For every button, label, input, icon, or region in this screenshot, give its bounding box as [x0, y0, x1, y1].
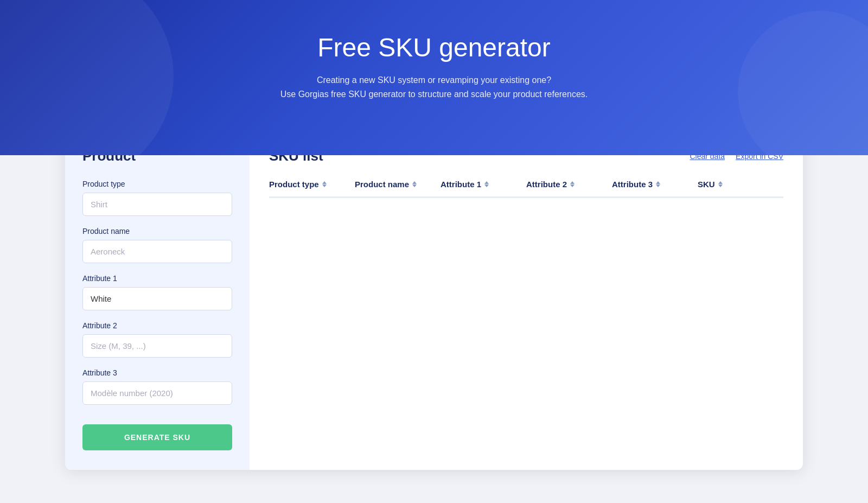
hero-section: Free SKU generator Creating a new SKU sy… [0, 0, 868, 155]
attribute-2-group: Attribute 2 [82, 321, 232, 358]
table-body [269, 198, 783, 361]
product-name-label: Product name [82, 227, 232, 235]
sort-icon-product-type [322, 181, 327, 187]
sort-icon-product-name [412, 181, 417, 187]
col-header-sku[interactable]: SKU [698, 180, 783, 189]
attribute-3-input[interactable] [82, 381, 232, 405]
product-type-input[interactable] [82, 193, 232, 216]
col-header-attribute-2[interactable]: Attribute 2 [526, 180, 612, 189]
col-label-attribute-1: Attribute 1 [441, 180, 481, 189]
hero-subtitle-line2: Use Gorgias free SKU generator to struct… [280, 90, 588, 99]
sort-icon-attribute-1 [484, 181, 489, 187]
col-label-attribute-2: Attribute 2 [526, 180, 567, 189]
col-label-product-type: Product type [269, 180, 319, 189]
product-name-group: Product name [82, 227, 232, 263]
product-sidebar: Product Product type Product name Attrib… [65, 128, 250, 470]
hero-title: Free SKU generator [11, 33, 857, 62]
attribute-3-group: Attribute 3 [82, 368, 232, 405]
sort-icon-sku [718, 181, 723, 187]
attribute-2-input[interactable] [82, 334, 232, 358]
col-label-product-name: Product name [355, 180, 409, 189]
col-header-attribute-1[interactable]: Attribute 1 [441, 180, 526, 189]
sort-icon-attribute-3 [656, 181, 660, 187]
col-label-attribute-3: Attribute 3 [612, 180, 653, 189]
product-name-input[interactable] [82, 240, 232, 263]
main-container: Product Product type Product name Attrib… [54, 128, 814, 492]
attribute-1-input[interactable] [82, 287, 232, 310]
product-type-label: Product type [82, 180, 232, 188]
col-label-sku: SKU [698, 180, 715, 189]
attribute-3-label: Attribute 3 [82, 368, 232, 377]
col-header-attribute-3[interactable]: Attribute 3 [612, 180, 698, 189]
generate-sku-button[interactable]: GENERATE SKU [82, 424, 232, 450]
content-area: SKU list Clear data Export in CSV Produc… [250, 128, 803, 470]
hero-subtitle: Creating a new SKU system or revamping y… [11, 73, 857, 101]
hero-subtitle-line1: Creating a new SKU system or revamping y… [317, 75, 551, 85]
sort-icon-attribute-2 [570, 181, 575, 187]
attribute-1-group: Attribute 1 [82, 274, 232, 310]
attribute-2-label: Attribute 2 [82, 321, 232, 330]
table-header: Product type Product name [269, 180, 783, 198]
col-header-product-name[interactable]: Product name [355, 180, 441, 189]
main-card: Product Product type Product name Attrib… [65, 128, 803, 470]
sku-table: Product type Product name [269, 180, 783, 361]
attribute-1-label: Attribute 1 [82, 274, 232, 283]
product-type-group: Product type [82, 180, 232, 216]
col-header-product-type[interactable]: Product type [269, 180, 355, 189]
